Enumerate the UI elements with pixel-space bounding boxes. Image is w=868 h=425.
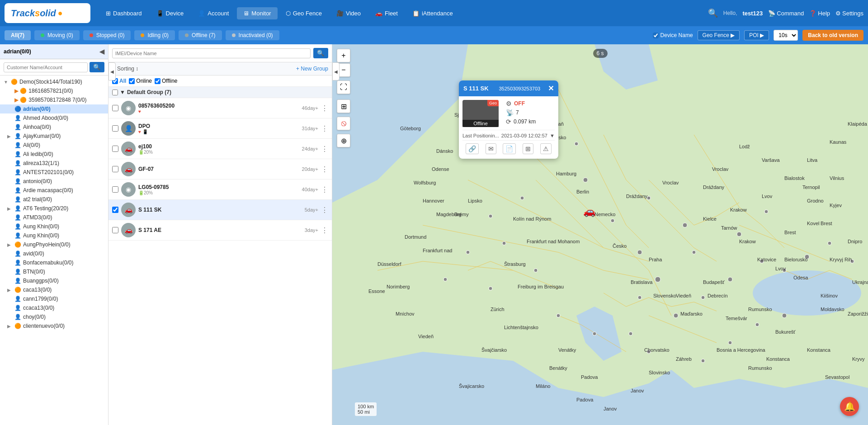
- tree-item-ahmed[interactable]: 👤 Ahmed Abood(0/0): [0, 113, 108, 123]
- tree-item-cann1799[interactable]: 👤 cann1799(0/0): [0, 294, 108, 303]
- settings-btn[interactable]: ⚙ Settings: [835, 10, 863, 17]
- collapse-panel-button[interactable]: ◀: [99, 48, 104, 55]
- nav-dashboard[interactable]: ⊞ Dashboard: [99, 7, 148, 19]
- device-checkbox[interactable]: [112, 105, 118, 111]
- tree-item-aungkhin1[interactable]: 👤 Aung Khin(0/0): [0, 222, 108, 231]
- device-context-menu[interactable]: ⋮: [321, 206, 328, 214]
- nav-fleet[interactable]: 🚗 Fleet: [369, 7, 404, 19]
- tree-item-ajay[interactable]: ▶ 👤 AjayKumar(0/0): [0, 132, 108, 141]
- device-context-menu[interactable]: ⋮: [321, 185, 328, 194]
- nav-geofence[interactable]: ⬡ Geo Fence: [279, 7, 328, 19]
- device-row[interactable]: 🚗 GF-07 20day+ ⋮: [108, 159, 332, 179]
- tree-item-ali[interactable]: 👤 Ali(0/0): [0, 141, 108, 150]
- tree-item-at6testing[interactable]: ▶ 👤 AT6 Testing(20/20): [0, 204, 108, 213]
- device-checkbox[interactable]: [112, 146, 118, 152]
- collapse-mid-panel-button[interactable]: ◀: [332, 62, 340, 80]
- zoom-in-button[interactable]: +: [337, 49, 350, 62]
- file-button[interactable]: 📄: [503, 143, 516, 154]
- nav-device[interactable]: 📱 Device: [150, 7, 190, 19]
- search-icon[interactable]: 🔍: [708, 8, 718, 18]
- popup-close-button[interactable]: ✕: [548, 84, 554, 93]
- tree-item-alireza[interactable]: 👤 alireza132(1/1): [0, 159, 108, 168]
- tree-item-antonio[interactable]: 👤 antonio(0/0): [0, 177, 108, 186]
- notification-bell-button[interactable]: 🔔: [840, 397, 859, 416]
- select-all-checkbox[interactable]: [112, 90, 118, 95]
- tree-item-at2trial[interactable]: 👤 at2 trial(0/0): [0, 195, 108, 204]
- tree-item-35985[interactable]: ▶ 🟠 35985708172848 7(0/0): [0, 95, 108, 104]
- device-search-button[interactable]: 🔍: [313, 48, 328, 58]
- tree-item-18616[interactable]: ▶ 🟠 18616857821(0/0): [0, 86, 108, 95]
- filter-online-checkbox[interactable]: Online: [129, 78, 152, 84]
- expand-group-arrow[interactable]: ▼: [120, 89, 125, 95]
- device-row[interactable]: 🚗 S 171 AE 3day+ ⋮: [108, 220, 332, 241]
- device-row[interactable]: ◉ LG05-09785 🔋20% 40day+ ⋮: [108, 179, 332, 200]
- device-checkbox[interactable]: [112, 166, 118, 172]
- device-checkbox[interactable]: [112, 207, 118, 213]
- device-context-menu[interactable]: ⋮: [321, 226, 328, 235]
- account-search-input[interactable]: [4, 62, 88, 72]
- tree-item-aliledib[interactable]: 👤 Ali ledib(0/0): [0, 150, 108, 159]
- device-checkbox[interactable]: [112, 125, 118, 132]
- tree-item-atmd3[interactable]: 👤 ATMD3(0/0): [0, 213, 108, 222]
- message-button[interactable]: ✉: [486, 143, 496, 154]
- device-row[interactable]: 🚗 S 111 SK 5day+ ⋮: [108, 200, 332, 220]
- link-button[interactable]: 🔗: [466, 143, 479, 154]
- device-row[interactable]: 🚗 ej100 🔋20% 24day+ ⋮: [108, 139, 332, 159]
- device-name-toggle[interactable]: Device Name: [653, 32, 693, 38]
- tree-item-demo[interactable]: ▼ 🟠 Demo(Stock144/Total190): [0, 77, 108, 86]
- device-checkbox[interactable]: [112, 186, 118, 193]
- poi-button[interactable]: POI ▶: [744, 30, 769, 40]
- logo[interactable]: Tracksolid ●: [5, 3, 90, 23]
- tree-item-caca13[interactable]: ▶ 🟠 caca13(0/0): [0, 285, 108, 294]
- alert-button[interactable]: ⚠: [540, 143, 552, 154]
- tree-item-ainhoa[interactable]: 👤 Ainhoa(0/0): [0, 123, 108, 132]
- geo-fence-button[interactable]: Geo Fence ▶: [698, 30, 740, 40]
- tab-inactivated[interactable]: Inactivated (0): [226, 30, 279, 40]
- cluster-button[interactable]: ⊕: [337, 134, 350, 147]
- back-old-version-button[interactable]: Back to old version: [802, 30, 863, 41]
- interval-select[interactable]: 10s 30s 60s: [774, 30, 798, 41]
- tree-item-choy[interactable]: 👤 choy(0/0): [0, 312, 108, 321]
- nav-iattendance[interactable]: 📋 iAttendance: [406, 7, 459, 19]
- help-btn[interactable]: ❓ Help: [809, 10, 830, 17]
- filter-online-input[interactable]: [129, 78, 135, 84]
- tree-item-aungphyo[interactable]: ▶ 🟠 AungPhyoHein(0/0): [0, 240, 108, 249]
- tree-item-ccaca13[interactable]: 👤 ccaca13(0/0): [0, 303, 108, 312]
- tree-item-ardie[interactable]: 👤 Ardie macaspac(0/0): [0, 186, 108, 195]
- tab-stopped[interactable]: Stopped (0): [83, 30, 131, 40]
- command-btn[interactable]: 📡 Command: [768, 10, 804, 17]
- tab-idling[interactable]: Idling (0): [134, 30, 175, 40]
- device-name-checkbox[interactable]: [653, 33, 659, 38]
- nav-account[interactable]: 👤 Account: [192, 7, 235, 19]
- device-row[interactable]: 👤 DPO ♥ 📱 31day+ ⋮: [108, 118, 332, 139]
- nav-monitor[interactable]: 🖥 Monitor: [237, 7, 277, 19]
- tree-item-avid[interactable]: 👤 avid(0/0): [0, 249, 108, 258]
- device-context-menu[interactable]: ⋮: [321, 124, 328, 133]
- tree-item-aungkhin2[interactable]: 👤 Aung Khin(0/0): [0, 231, 108, 240]
- account-search-button[interactable]: 🔍: [90, 62, 104, 72]
- filter-offline-checkbox[interactable]: Offline: [155, 78, 177, 84]
- device-row[interactable]: ◉ 085763605200 ♥ 46day+ ⋮: [108, 98, 332, 118]
- tab-moving[interactable]: Moving (0): [34, 30, 80, 40]
- sorting-button[interactable]: Sorting ↕: [117, 66, 138, 72]
- tree-item-clientenuevo[interactable]: ▶ 🟠 clientenuevo(0/0): [0, 321, 108, 331]
- tab-all[interactable]: All(7): [5, 30, 31, 40]
- fullscreen-button[interactable]: ⛶: [337, 80, 350, 94]
- layer-button[interactable]: ⊞: [337, 99, 350, 113]
- tree-item-buanggps[interactable]: 👤 Buanggps(0/0): [0, 276, 108, 285]
- new-group-button[interactable]: + New Group: [296, 66, 328, 72]
- tree-item-adrian[interactable]: 🔵 adrian(0/0): [0, 104, 108, 113]
- tab-offline[interactable]: Offline (7): [179, 30, 222, 40]
- grid-button[interactable]: ⊞: [523, 143, 533, 154]
- nav-video[interactable]: 🎥 Video: [330, 7, 367, 19]
- tree-item-btn[interactable]: 👤 BTN(0/0): [0, 267, 108, 276]
- tree-item-bonfacemabuku[interactable]: 👤 Bonfacemabuku(0/0): [0, 258, 108, 267]
- device-search-input[interactable]: [112, 48, 311, 58]
- device-context-menu[interactable]: ⋮: [321, 104, 328, 113]
- collapse-left-panel-button[interactable]: ◀: [108, 62, 116, 80]
- device-context-menu[interactable]: ⋮: [321, 165, 328, 174]
- device-checkbox[interactable]: [112, 227, 118, 233]
- filter-offline-input[interactable]: [155, 78, 160, 84]
- car-marker[interactable]: 🚗: [583, 206, 595, 217]
- expand-arrow[interactable]: ▼: [550, 133, 555, 138]
